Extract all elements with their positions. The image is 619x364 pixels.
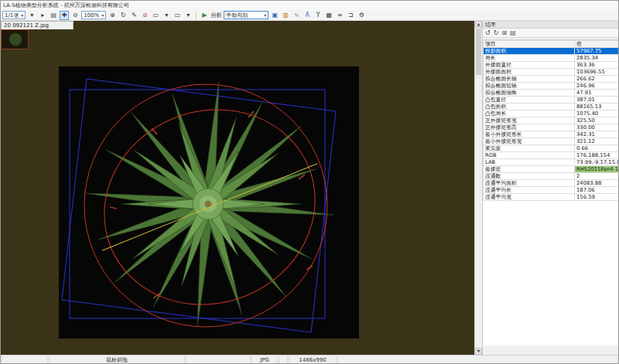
scroll-up-icon[interactable]: ▲	[475, 21, 482, 28]
table-row[interactable]: 拟合椭圆倾角 47.91	[484, 90, 619, 97]
scrollbar-thumb[interactable]	[476, 29, 481, 75]
row-value: 0.66	[575, 145, 619, 152]
table-row[interactable]: 紧实度 0.66	[484, 145, 619, 152]
edit-icon[interactable]: ✎	[129, 11, 139, 20]
status-bar: 鼠标斜拖 JPG 1486x990	[1, 355, 619, 364]
results-rows: 投影面积 57967.75 周长 2835.34 外接圆直径 363.36 外接…	[484, 48, 619, 201]
results-table-header: 项目 值	[484, 41, 619, 48]
column-value: 值	[575, 41, 619, 48]
table-row[interactable]: 凸包直径 387.01	[484, 97, 619, 104]
row-label: 连通平均宽	[484, 194, 575, 201]
table-row[interactable]: RGB 176,188,154	[484, 152, 619, 159]
row-value: 88165.13	[575, 104, 619, 111]
row-label: 紧实度	[484, 145, 575, 152]
canvas-vertical-scrollbar[interactable]: ▲ ▼	[474, 21, 481, 355]
table-row[interactable]: 拟合椭圆短轴 246.96	[484, 83, 619, 90]
zoom-in-icon[interactable]: ⊕	[108, 11, 117, 20]
row-value: 57967.75	[575, 48, 619, 55]
stop-icon[interactable]: ⊘	[140, 11, 149, 20]
specimen-image[interactable]	[59, 66, 359, 338]
status-cell	[279, 356, 288, 364]
table-row[interactable]: 最小外接矩形长 342.31	[484, 131, 619, 138]
toolbar-separator	[196, 12, 197, 19]
status-image-size: 1486x990	[289, 356, 337, 364]
status-cell	[337, 356, 619, 364]
row-value: 47.91	[575, 90, 619, 97]
chevron-down-icon[interactable]: ▾	[183, 11, 193, 20]
canvas-area[interactable]: 20 092121 Z.jpg	[1, 21, 474, 355]
exit-icon[interactable]: ⊐	[346, 11, 355, 20]
refresh-icon[interactable]: ↺	[485, 29, 491, 37]
row-label: 正外接矩形高	[484, 124, 575, 131]
redo-icon[interactable]: ↻	[494, 29, 499, 37]
chart-icon[interactable]: ∿	[292, 11, 301, 20]
table-row[interactable]: 外接圆直径 363.36	[484, 62, 619, 69]
table-row[interactable]: 连通平均宽 156.59	[484, 194, 619, 201]
grid-view-icon[interactable]: ▦	[324, 11, 333, 20]
table-row[interactable]: 周长 2835.34	[484, 55, 619, 62]
prev-image-button[interactable]: ▾	[27, 11, 36, 20]
row-label: 凸包周长	[484, 111, 575, 117]
row-value: 325.50	[575, 117, 619, 124]
table-row[interactable]: 投影面积 57967.75	[484, 48, 619, 55]
zoom-level-select[interactable]: 100%▾	[81, 11, 106, 19]
row-label: 最小外接矩形宽	[484, 138, 575, 145]
rect-tool-icon[interactable]: ▭	[173, 11, 182, 20]
zoom-out-icon[interactable]: ⊖	[70, 11, 80, 20]
row-value: 2835.34	[575, 55, 619, 62]
row-label: 正外接矩形宽	[484, 117, 575, 124]
scroll-down-icon[interactable]: ▼	[475, 348, 482, 355]
image-panel-icon[interactable]: ▣	[270, 11, 279, 20]
status-file-format: JPG	[251, 356, 278, 364]
navigator-thumbnail[interactable]	[1, 29, 29, 49]
list-view-icon[interactable]: ≡	[335, 11, 344, 20]
row-value: 187.06	[575, 187, 619, 194]
row-label: 连通平均长	[484, 187, 575, 194]
row-value: 2	[575, 173, 619, 180]
copy-icon[interactable]: ▤	[49, 11, 58, 20]
run-analysis-icon[interactable]: ▶	[200, 11, 209, 20]
table-row[interactable]: LAB 73.99,-9.17,15.08	[484, 159, 619, 166]
page-select[interactable]: 1/1张▾	[2, 11, 26, 19]
app-window: LA-S植物表型分析系统 - 杭州万深检测科技有限公司 1/1张▾ ▾ ▸ ▤ …	[0, 0, 619, 364]
next-image-button[interactable]: ▸	[38, 11, 47, 20]
results-panel-toolbar: ↺ ↻ ⊞ ▤	[483, 29, 619, 38]
rotate-icon[interactable]: ↻	[118, 11, 128, 20]
table-row[interactable]: 拟合椭圆长轴 266.62	[484, 76, 619, 83]
aloe-plant-graphic	[59, 66, 359, 338]
branch-icon[interactable]: Y	[313, 11, 323, 20]
main-toolbar: 1/1张▾ ▾ ▸ ▤ ✚ ⊖ 100%▾ ⊕ ↻ ✎ ⊘ ▭ ▾ ▭ ▾ ▶ …	[1, 10, 619, 21]
table-row[interactable]: 最接近 RHS2015Fan4 194C Yellow	[484, 166, 619, 173]
export-results-icon[interactable]: ⊞	[501, 29, 507, 37]
table-row[interactable]: 连通平均面积 24083.88	[484, 180, 619, 187]
row-label: LAB	[484, 159, 575, 166]
table-row[interactable]: 正外接矩形宽 325.50	[484, 117, 619, 124]
table-row[interactable]: 连通平均长 187.06	[484, 187, 619, 194]
export-image-icon[interactable]: ▥	[281, 11, 290, 20]
analysis-label: 分析	[210, 12, 222, 19]
row-value: 103696.55	[575, 69, 619, 76]
row-label: 拟合椭圆倾角	[484, 90, 575, 97]
chevron-down-icon[interactable]: ▾	[162, 11, 171, 20]
table-row[interactable]: 正外接矩形高 330.00	[484, 124, 619, 131]
gear-icon[interactable]: ⚙	[357, 11, 366, 20]
table-row[interactable]: 凸包面积 88165.13	[484, 104, 619, 111]
table-row[interactable]: 外接圆面积 103696.55	[484, 69, 619, 76]
row-label: 外接圆直径	[484, 62, 575, 69]
table-row[interactable]: 连通数 2	[484, 173, 619, 180]
row-value: 156.59	[575, 194, 619, 201]
shape-tool-icon[interactable]: ▭	[151, 11, 160, 20]
segmentation-mode-select[interactable]: 手动勾划▾	[224, 11, 268, 19]
save-results-icon[interactable]: ▤	[510, 29, 516, 37]
pan-tool-icon[interactable]: ✚	[60, 11, 69, 20]
row-label: 拟合椭圆短轴	[484, 83, 575, 90]
row-label: RGB	[484, 152, 575, 159]
image-tab[interactable]: 20 092121 Z.jpg	[1, 21, 74, 29]
table-row[interactable]: 最小外接矩形宽 321.12	[484, 138, 619, 145]
results-table: 项目 值 投影面积 57967.75 周长 2835.34 外接圆直径 363.…	[483, 39, 619, 345]
text-label-icon[interactable]: A	[303, 11, 312, 20]
row-label: 最小外接矩形长	[484, 131, 575, 138]
row-value: 24083.88	[575, 180, 619, 187]
table-row[interactable]: 凸包周长 1075.40	[484, 111, 619, 117]
row-value: 387.01	[575, 97, 619, 104]
